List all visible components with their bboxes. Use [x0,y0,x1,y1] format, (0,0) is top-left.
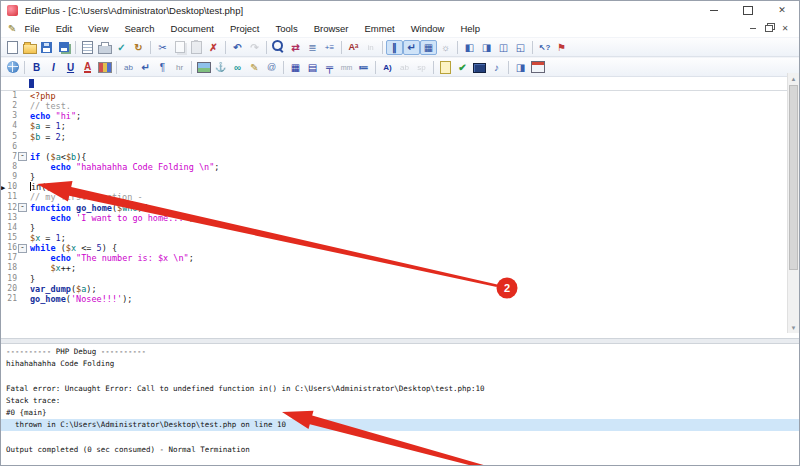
code-area[interactable]: 1<?php2// test.3echo "hi";4$a = 1;5$b = … [1,91,799,338]
code-line[interactable]: 11// my first function - [1,192,799,202]
mdi-minimize-button[interactable] [745,22,761,34]
code-line[interactable]: 3echo "hi"; [1,111,799,121]
line-number[interactable]: 2 [1,101,17,111]
output-panel[interactable]: ---------- PHP Debug ----------hihahahah… [1,344,799,466]
print-preview-icon[interactable] [79,40,96,55]
cut-icon[interactable]: ✂ [154,40,171,55]
line-numbers-toggle-icon[interactable]: ∥ [386,40,403,55]
options-icon[interactable]: ☼ [437,40,454,55]
bold-icon[interactable]: B [28,60,45,75]
paste-icon[interactable] [188,40,205,55]
email-icon[interactable]: @ [263,60,280,75]
code-line[interactable]: 21go_home('Nosee!!!'); [1,294,799,304]
fold-toggle-icon[interactable]: - [18,203,27,212]
spell-check-icon[interactable]: ✓ [113,40,130,55]
line-number[interactable]: 12 [1,203,17,213]
delete-icon[interactable]: ✗ [205,40,222,55]
code-line[interactable]: 1<?php [1,91,799,101]
find-in-files-icon[interactable]: ≣ [304,40,321,55]
save-all-icon[interactable] [55,40,72,55]
menu-file[interactable]: File [16,23,47,34]
split-horizontal-icon[interactable]: ◧ [461,40,478,55]
scroll-down-icon[interactable]: ▼ [788,322,799,333]
line-number[interactable]: 5 [1,132,17,142]
table-row-icon[interactable]: ▤ [304,60,321,75]
line-number[interactable]: 20 [1,284,17,294]
line-number[interactable]: 8 [1,162,17,172]
code-line[interactable]: 2// test. [1,101,799,111]
menu-window[interactable]: Window [403,23,453,34]
output-line[interactable]: #0 {main} [1,407,799,419]
script-template-icon[interactable] [437,60,454,75]
table-icon[interactable]: ▦ [287,60,304,75]
line-number[interactable]: 6 [1,142,17,152]
output-line[interactable]: Stack trace: [1,395,799,407]
undo-icon[interactable]: ↶ [229,40,246,55]
minimize-button[interactable] [697,2,731,18]
output-line[interactable] [1,431,799,443]
span-icon[interactable]: sp [413,60,430,75]
mdi-restore-button[interactable] [761,22,777,34]
code-line[interactable]: 20var_dump($a); [1,284,799,294]
multimedia-icon[interactable]: ♪ [488,60,505,75]
color-picker-icon[interactable] [96,60,113,75]
menu-help[interactable]: Help [452,23,488,34]
font-tag-icon[interactable]: A) [379,60,396,75]
word-wrap-toggle-icon[interactable]: ↵ [403,40,420,55]
code-line[interactable]: 8 echo "hahahahha Code Folding \n"; [1,162,799,172]
line-number[interactable]: 9 [1,172,17,182]
line-number[interactable]: 15 [1,233,17,243]
line-number[interactable]: 7 [1,152,17,162]
code-line[interactable]: ▶10in(); [1,182,799,192]
editor-scrollbar[interactable]: ▲ ▼ [787,73,799,333]
line-number[interactable]: 21 [1,294,17,304]
replace-icon[interactable]: ⇄ [287,40,304,55]
menu-edit[interactable]: Edit [48,23,80,34]
cascade-windows-icon[interactable]: ◱ [512,40,529,55]
horizontal-rule-icon[interactable]: hr [171,60,188,75]
close-button[interactable]: ✕ [765,2,799,18]
line-number[interactable]: 4 [1,121,17,131]
image-icon[interactable] [195,60,212,75]
line-number[interactable]: 3 [1,111,17,121]
output-line[interactable]: hihahahahha Code Folding [1,358,799,370]
mdi-close-button[interactable]: ✕ [777,22,793,34]
redo-icon[interactable]: ↷ [246,40,263,55]
toggle-marker-icon[interactable]: +≡ [321,40,338,55]
code-line[interactable]: 19} [1,274,799,284]
anchor-icon[interactable]: ⚓ [212,60,229,75]
lowercase-icon[interactable]: in [362,40,379,55]
italic-icon[interactable]: I [45,60,62,75]
table-header-icon[interactable]: ╤ [321,60,338,75]
nbsp-icon[interactable]: ab [120,60,137,75]
output-line[interactable] [1,370,799,382]
split-vertical-icon[interactable]: ◨ [478,40,495,55]
output-line[interactable]: Output completed (0 sec consumed) - Norm… [1,444,799,456]
code-line[interactable]: 16-while ($x <= 5) { [1,243,799,253]
maximize-button[interactable] [731,2,765,18]
line-number[interactable]: 18 [1,263,17,273]
stay-on-top-icon[interactable]: ⚑ [553,40,570,55]
code-line[interactable]: 15$x = 1; [1,233,799,243]
scroll-up-icon[interactable]: ▲ [788,73,799,84]
whitespace-toggle-icon[interactable]: ▦ [420,40,437,55]
underline-icon[interactable]: U [62,60,79,75]
menu-browser[interactable]: Browser [306,23,357,34]
hyperlink-icon[interactable]: ∞ [229,60,246,75]
code-line[interactable]: 17 echo "The number is: $x \n"; [1,253,799,263]
line-number[interactable]: 19 [1,274,17,284]
code-line[interactable]: 12-function go_home($who){ [1,203,799,213]
list-icon[interactable]: ≔ [355,60,372,75]
pencil-icon[interactable]: ✎ [246,60,263,75]
line-number[interactable]: 1 [1,91,17,101]
context-help-icon[interactable]: ↖? [536,40,553,55]
scrollbar-thumb[interactable] [789,85,798,270]
menu-document[interactable]: Document [163,23,222,34]
code-line[interactable]: 7-if ($a<$b){ [1,152,799,162]
code-line[interactable]: 6 [1,142,799,152]
print-icon[interactable] [96,40,113,55]
fold-toggle-icon[interactable]: - [18,152,27,161]
menu-project[interactable]: Project [222,23,268,34]
reload-icon[interactable]: ↻ [130,40,147,55]
line-number[interactable]: 11 [1,192,17,202]
